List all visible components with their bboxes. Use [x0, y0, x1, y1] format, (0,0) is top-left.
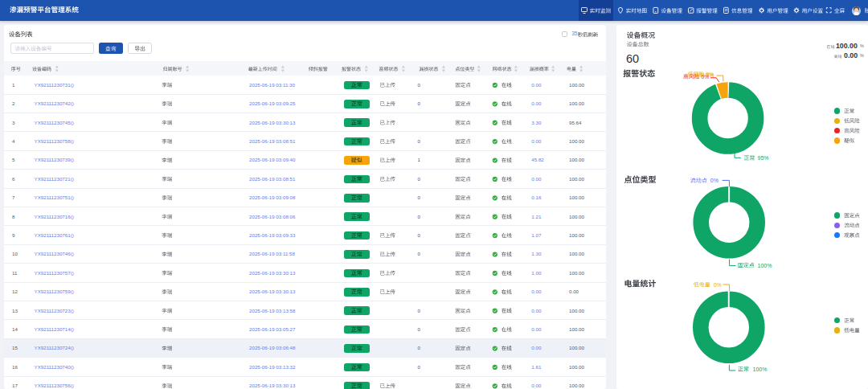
svg-text:5%: 5% — [706, 72, 714, 78]
svg-text:0%: 0% — [710, 178, 719, 183]
svg-text:100%: 100% — [758, 263, 772, 268]
svg-text:0%: 0% — [714, 282, 722, 288]
svg-text:95%: 95% — [758, 155, 769, 161]
svg-text:100%: 100% — [753, 366, 768, 372]
